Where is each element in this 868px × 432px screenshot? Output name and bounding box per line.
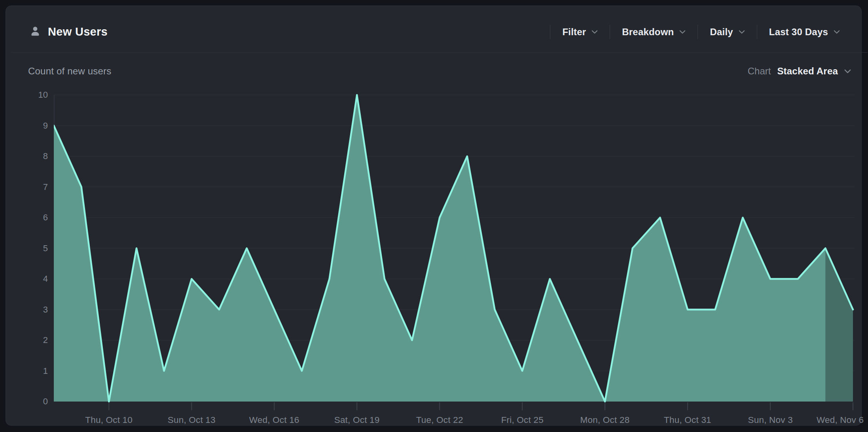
area-chart	[54, 85, 855, 412]
y-axis-label: 7	[18, 181, 48, 193]
x-axis-label: Fri, Oct 25	[501, 414, 544, 426]
x-axis-label: Tue, Oct 22	[416, 414, 463, 426]
control-dropdown-breakdown[interactable]: Breakdown	[610, 27, 697, 38]
chevron-down-icon	[679, 30, 686, 34]
dimmed-last-segment	[825, 85, 853, 402]
control-label: Daily	[710, 27, 733, 38]
y-axis-label: 9	[18, 120, 48, 132]
x-axis-label: Mon, Oct 28	[580, 414, 630, 426]
y-axis-label: 10	[18, 89, 48, 101]
chart-type-value: Stacked Area	[777, 66, 838, 77]
x-axis-label: Thu, Oct 31	[664, 414, 711, 426]
x-axis-label: Sun, Oct 13	[168, 414, 216, 426]
header-controls: FilterBreakdownDailyLast 30 Days	[550, 11, 868, 52]
control-dropdown-last-30-days[interactable]: Last 30 Days	[757, 27, 852, 38]
metric-label: Count of new users	[28, 66, 111, 77]
chevron-down-icon	[739, 30, 745, 34]
user-icon	[30, 26, 41, 38]
y-axis-label: 6	[18, 212, 48, 224]
control-label: Filter	[562, 27, 586, 38]
x-axis-label: Thu, Oct 10	[85, 414, 133, 426]
y-axis-label: 3	[18, 304, 48, 316]
x-axis-label: Wed, Nov 6	[817, 414, 864, 426]
card-header: New Users FilterBreakdownDailyLast 30 Da…	[11, 11, 868, 53]
chart-type-caption: Chart	[748, 66, 771, 77]
control-dropdown-filter[interactable]: Filter	[550, 27, 610, 38]
y-axis-label: 2	[18, 334, 48, 346]
chevron-down-icon	[834, 30, 840, 34]
y-axis-label: 5	[18, 243, 48, 254]
control-label: Breakdown	[622, 27, 674, 38]
control-dropdown-daily[interactable]: Daily	[698, 27, 756, 38]
control-label: Last 30 Days	[769, 27, 828, 38]
y-axis-label: 1	[18, 365, 48, 377]
page-title: New Users	[48, 25, 108, 38]
x-axis-label: Sat, Oct 19	[334, 414, 380, 426]
y-axis-label: 0	[18, 396, 48, 407]
x-axis-label: Sun, Nov 3	[748, 414, 793, 426]
y-axis-label: 4	[18, 273, 48, 285]
chevron-down-icon	[844, 69, 851, 74]
chevron-down-icon	[591, 30, 598, 34]
x-axis-label: Wed, Oct 16	[249, 414, 299, 426]
y-axis-label: 8	[18, 150, 48, 162]
new-users-card: New Users FilterBreakdownDailyLast 30 Da…	[6, 6, 862, 426]
chart-type-dropdown[interactable]: Chart Stacked Area	[748, 66, 851, 77]
